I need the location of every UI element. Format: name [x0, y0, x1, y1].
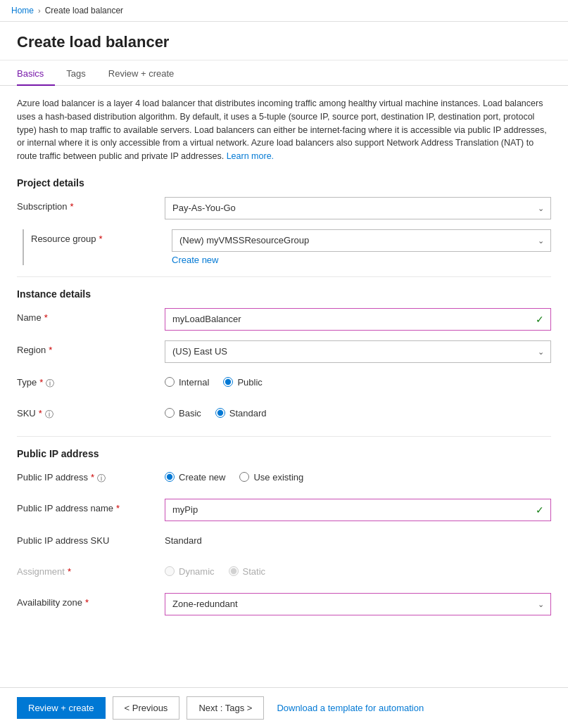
- region-required: *: [49, 345, 52, 355]
- subscription-select[interactable]: Pay-As-You-Go: [165, 197, 551, 219]
- subscription-label: Subscription: [17, 201, 68, 212]
- review-create-button[interactable]: Review + create: [17, 697, 106, 719]
- resource-group-label: Resource group: [31, 234, 96, 244]
- type-internal-option[interactable]: Internal: [165, 377, 209, 388]
- type-label: Type: [17, 377, 37, 388]
- assignment-static-option[interactable]: Static: [229, 566, 266, 577]
- description-text: Azure load balancer is a layer 4 load ba…: [17, 97, 551, 163]
- public-ip-use-existing-option[interactable]: Use existing: [239, 472, 303, 483]
- region-select[interactable]: (US) East US: [165, 340, 551, 363]
- tab-bar: Basics Tags Review + create: [0, 60, 568, 86]
- name-valid-icon: ✓: [536, 314, 544, 325]
- region-row: Region * (US) East US ⌄: [17, 340, 551, 363]
- public-ip-name-required: *: [116, 503, 120, 513]
- breadcrumb: Home › Create load balancer: [0, 0, 568, 22]
- sku-info-icon[interactable]: ⓘ: [45, 409, 53, 421]
- resource-group-required: *: [99, 234, 103, 244]
- public-ip-info-icon[interactable]: ⓘ: [97, 473, 106, 485]
- public-ip-name-label: Public IP address name: [17, 503, 113, 513]
- type-row: Type * ⓘ Internal Public: [17, 373, 551, 394]
- breadcrumb-separator: ›: [38, 6, 41, 15]
- availability-zone-required: *: [85, 597, 89, 608]
- footer-bar: Review + create < Previous Next : Tags >…: [0, 687, 568, 728]
- public-ip-name-input[interactable]: [165, 499, 551, 521]
- availability-zone-label: Availability zone: [17, 597, 82, 608]
- name-required: *: [44, 312, 48, 323]
- sku-standard-option[interactable]: Standard: [215, 408, 267, 419]
- public-ip-sku-label: Public IP address SKU: [17, 535, 109, 546]
- sku-basic-option[interactable]: Basic: [165, 408, 201, 419]
- assignment-required: *: [68, 566, 71, 577]
- name-input[interactable]: [165, 308, 551, 331]
- region-label: Region: [17, 345, 46, 355]
- assignment-row: Assignment * Dynamic Static: [17, 562, 551, 583]
- public-ip-address-label: Public IP address: [17, 472, 88, 483]
- public-ip-name-valid-icon: ✓: [536, 504, 544, 516]
- sku-required: *: [39, 408, 42, 419]
- tab-basics[interactable]: Basics: [17, 61, 55, 86]
- availability-zone-row: Availability zone * Zone-redundant ⌄: [17, 593, 551, 615]
- type-required: *: [39, 377, 43, 388]
- page-title: Create load balancer: [0, 22, 568, 60]
- tab-tags[interactable]: Tags: [66, 61, 96, 86]
- public-ip-sku-value: Standard: [165, 531, 551, 546]
- name-label: Name: [17, 312, 42, 323]
- breadcrumb-current: Create load balancer: [45, 6, 123, 15]
- public-ip-required: *: [91, 472, 94, 483]
- resource-group-select[interactable]: (New) myVMSSResourceGroup: [172, 229, 551, 252]
- public-ip-address-row: Public IP address * ⓘ Create new Use exi…: [17, 468, 551, 489]
- type-info-icon[interactable]: ⓘ: [46, 378, 54, 390]
- next-button[interactable]: Next : Tags >: [187, 696, 264, 720]
- sku-label: SKU: [17, 408, 36, 419]
- type-public-option[interactable]: Public: [223, 377, 262, 388]
- assignment-label: Assignment: [17, 566, 65, 577]
- resource-group-create-new[interactable]: Create new: [172, 255, 218, 265]
- sku-row: SKU * ⓘ Basic Standard: [17, 404, 551, 425]
- learn-more-link[interactable]: Learn more.: [227, 151, 274, 161]
- download-template-link[interactable]: Download a template for automation: [271, 697, 429, 719]
- public-ip-title: Public IP address: [17, 448, 551, 459]
- previous-button[interactable]: < Previous: [113, 696, 180, 720]
- public-ip-name-row: Public IP address name * ✓: [17, 499, 551, 521]
- subscription-row: Subscription * Pay-As-You-Go ⌄: [17, 197, 551, 219]
- resource-group-row: Resource group * (New) myVMSSResourceGro…: [24, 229, 551, 265]
- name-row: Name * ✓: [17, 308, 551, 331]
- breadcrumb-home[interactable]: Home: [11, 6, 34, 15]
- project-details-title: Project details: [17, 177, 551, 189]
- public-ip-create-new-option[interactable]: Create new: [165, 472, 225, 483]
- instance-details-title: Instance details: [17, 288, 551, 300]
- assignment-dynamic-option[interactable]: Dynamic: [165, 566, 215, 577]
- subscription-required: *: [70, 201, 74, 212]
- public-ip-sku-row: Public IP address SKU Standard: [17, 531, 551, 552]
- availability-zone-select[interactable]: Zone-redundant: [165, 593, 551, 615]
- tab-review-create[interactable]: Review + create: [108, 61, 186, 86]
